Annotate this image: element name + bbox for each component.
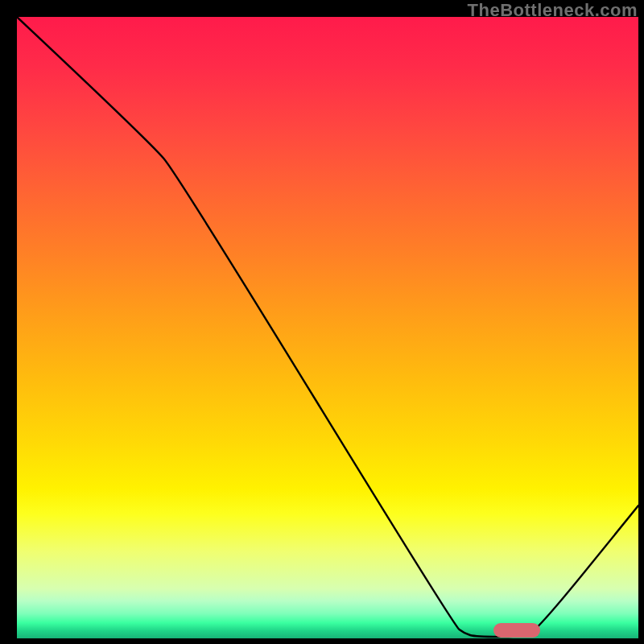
plot-area bbox=[17, 17, 638, 638]
gradient-plot bbox=[17, 17, 638, 638]
gradient-background bbox=[17, 17, 638, 638]
optimal-zone-marker bbox=[493, 623, 540, 638]
chart-frame: TheBottleneck.com bbox=[0, 0, 644, 644]
watermark-text: TheBottleneck.com bbox=[468, 0, 638, 21]
